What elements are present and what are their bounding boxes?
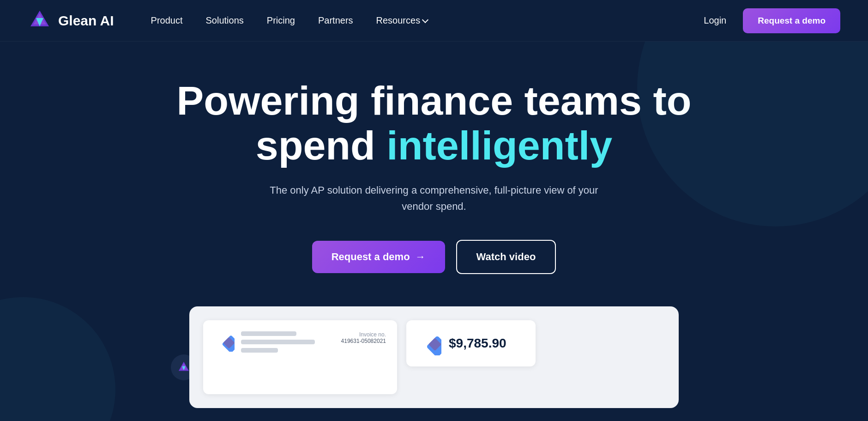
logo-link[interactable]: Glean AI — [28, 9, 114, 33]
nav-partners[interactable]: Partners — [309, 12, 362, 30]
invoice-label: Invoice no. — [341, 331, 386, 338]
hero-buttons: Request a demo → Watch video — [312, 240, 556, 274]
hero-section: Powering finance teams to spend intellig… — [0, 42, 868, 421]
hero-title-highlight: intelligently — [386, 122, 612, 168]
invoice-line-1 — [241, 331, 296, 336]
glean-ai-logo-icon — [28, 9, 52, 33]
nav-product[interactable]: Product — [142, 12, 192, 30]
request-demo-hero-button[interactable]: Request a demo → — [312, 241, 445, 273]
amount-diamond-icon — [417, 331, 441, 355]
chevron-down-icon — [422, 17, 428, 23]
bg-circle-2 — [0, 297, 115, 421]
invoice-diamond-icon — [214, 331, 235, 352]
invoice-number: 419631-05082021 — [341, 338, 386, 344]
nav-resources[interactable]: Resources — [367, 12, 437, 30]
invoice-details: Invoice no. 419631-05082021 — [341, 331, 386, 344]
arrow-right-icon: → — [416, 251, 426, 263]
amount-card: $9,785.90 — [406, 320, 536, 366]
dashboard-inner: Invoice no. 419631-05082021 $9,785.90 — [203, 320, 665, 394]
hero-title-part2: spend — [256, 122, 387, 168]
invoice-card: Invoice no. 419631-05082021 — [203, 320, 397, 394]
invoice-line-3 — [241, 348, 278, 353]
nav-pricing[interactable]: Pricing — [258, 12, 304, 30]
amount-value: $9,785.90 — [449, 336, 506, 351]
brand-name: Glean AI — [58, 13, 114, 29]
hero-title: Powering finance teams to spend intellig… — [177, 79, 692, 168]
nav-right: Login Request a demo — [696, 8, 840, 33]
watch-video-button[interactable]: Watch video — [456, 240, 556, 274]
nav-solutions[interactable]: Solutions — [197, 12, 253, 30]
invoice-text-lines — [241, 331, 335, 356]
dashboard-preview: Invoice no. 419631-05082021 $9,785.90 — [189, 306, 679, 408]
request-demo-nav-button[interactable]: Request a demo — [743, 8, 840, 33]
nav-links: Product Solutions Pricing Partners Resou… — [142, 12, 697, 30]
invoice-line-2 — [241, 340, 315, 344]
dashboard-card: Invoice no. 419631-05082021 $9,785.90 — [189, 306, 679, 408]
hero-title-part1: Powering finance teams to — [177, 78, 692, 123]
login-link[interactable]: Login — [696, 12, 734, 30]
invoice-header: Invoice no. 419631-05082021 — [214, 331, 386, 356]
navbar: Glean AI Product Solutions Pricing Partn… — [0, 0, 868, 42]
hero-subtitle: The only AP solution delivering a compre… — [254, 182, 614, 214]
